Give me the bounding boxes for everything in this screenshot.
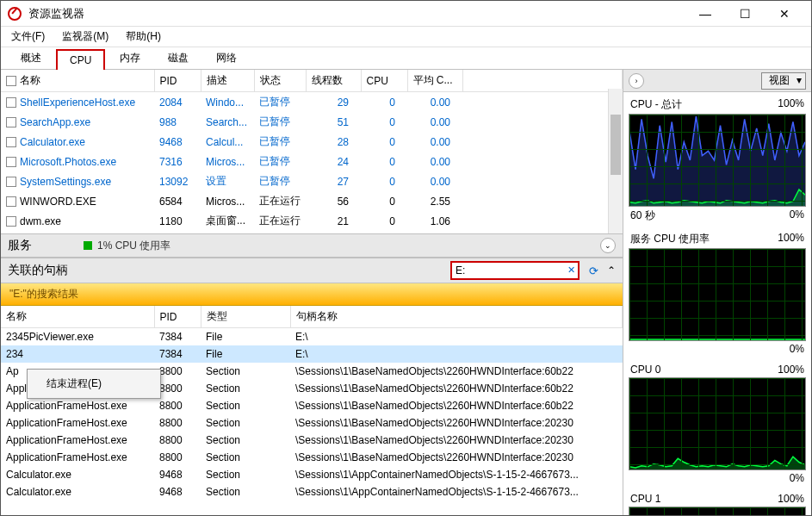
chart-canvas bbox=[629, 114, 806, 207]
row-checkbox[interactable] bbox=[6, 97, 16, 108]
row-checkbox[interactable] bbox=[6, 157, 16, 167]
chart-footer-right: 0% bbox=[790, 343, 804, 355]
services-header[interactable]: 服务 1% CPU 使用率 ⌄ bbox=[1, 233, 623, 258]
handles-collapse-button[interactable]: ⌃ bbox=[607, 264, 616, 277]
processes-table: 名称 PID 描述 状态 线程数 CPU 平均 C... ShellExperi… bbox=[1, 70, 623, 233]
table-row[interactable]: SystemSettings.exe13092设置已暂停2700.00 bbox=[1, 171, 623, 191]
table-row[interactable]: dwm.exe1180桌面窗...正在运行2101.06 bbox=[1, 211, 623, 231]
tab-cpu[interactable]: CPU bbox=[56, 49, 105, 70]
menu-help[interactable]: 帮助(H) bbox=[122, 28, 164, 46]
chart-block: 服务 CPU 使用率100%0% bbox=[629, 230, 806, 357]
proc-cpu: 0 bbox=[361, 211, 407, 231]
handles-search-clear-icon[interactable]: ✕ bbox=[567, 264, 575, 276]
table-row[interactable]: ApplicationFrameHost.exe8800Section\Sess… bbox=[1, 414, 623, 432]
chart-title: CPU 1 bbox=[630, 493, 660, 505]
col-desc[interactable]: 描述 bbox=[201, 70, 254, 92]
chart-title: CPU - 总计 bbox=[630, 97, 682, 112]
col-name: 名称 bbox=[1, 70, 154, 92]
chart-footer-left: 60 秒 bbox=[630, 208, 655, 223]
col-status[interactable]: 状态 bbox=[254, 70, 306, 92]
minimize-button[interactable]: — bbox=[685, 1, 725, 27]
chart-block: CPU - 总计100%60 秒0% bbox=[629, 96, 806, 225]
table-row[interactable]: Calculator.exe9468Section\Sessions\1\App… bbox=[1, 483, 623, 500]
proc-pid: 2084 bbox=[154, 92, 201, 113]
table-row[interactable]: 2347384FileE:\ bbox=[1, 345, 623, 363]
proc-name: ShellExperienceHost.exe bbox=[20, 96, 135, 109]
handle-name: ApplicationFrameHost.exe bbox=[1, 432, 154, 449]
charts-collapse-button[interactable]: › bbox=[629, 73, 644, 89]
handle-hname: \Sessions\1\AppContainerNamedObjects\S-1… bbox=[290, 466, 623, 483]
chart-max: 100% bbox=[778, 97, 804, 112]
row-checkbox[interactable] bbox=[6, 216, 16, 227]
col-threads[interactable]: 线程数 bbox=[306, 70, 361, 92]
hcol-type[interactable]: 类型 bbox=[201, 306, 290, 328]
proc-cpu: 0 bbox=[361, 152, 407, 171]
table-row[interactable]: SearchApp.exe988Search...已暂停5100.00 bbox=[1, 112, 623, 132]
handle-hname: \Sessions\1\BaseNamedObjects\2260HWNDInt… bbox=[290, 380, 623, 397]
proc-avg: 0.00 bbox=[407, 112, 462, 132]
col-cpu[interactable]: CPU bbox=[361, 70, 407, 92]
tab-overview[interactable]: 概述 bbox=[8, 47, 54, 69]
handle-pid: 8800 bbox=[154, 414, 201, 432]
table-row[interactable]: ApplicationFrameHost.exe8800Section\Sess… bbox=[1, 449, 623, 466]
tab-network[interactable]: 网络 bbox=[203, 47, 250, 69]
row-checkbox[interactable] bbox=[6, 117, 16, 127]
table-row[interactable]: ApplicationFrameHost.exe8800Section\Sess… bbox=[1, 397, 623, 414]
proc-pid: 1180 bbox=[154, 211, 201, 231]
services-expand-button[interactable]: ⌄ bbox=[600, 238, 616, 253]
proc-desc: 桌面窗... bbox=[201, 211, 254, 231]
proc-avg: 2.55 bbox=[407, 191, 462, 211]
handles-search-input[interactable] bbox=[456, 263, 562, 278]
proc-threads: 21 bbox=[306, 211, 361, 231]
table-row[interactable]: ShellExperienceHost.exe2084Windo...已暂停29… bbox=[1, 92, 623, 113]
tab-memory[interactable]: 内存 bbox=[107, 47, 153, 69]
menu-monitor[interactable]: 监视器(M) bbox=[59, 28, 112, 46]
handle-type: Section bbox=[201, 380, 290, 397]
menu-file[interactable]: 文件(F) bbox=[8, 28, 48, 46]
proc-name: WINWORD.EXE bbox=[20, 196, 96, 208]
view-dropdown[interactable]: 视图 bbox=[761, 72, 806, 90]
ctx-end-process[interactable]: 结束进程(E) bbox=[29, 371, 158, 396]
tab-disk[interactable]: 磁盘 bbox=[155, 47, 201, 69]
handle-hname: \Sessions\1\BaseNamedObjects\2260HWNDInt… bbox=[290, 397, 623, 414]
proc-avg: 1.06 bbox=[407, 211, 462, 231]
titlebar: 资源监视器 — ☐ ✕ bbox=[1, 1, 811, 27]
handle-hname: \Sessions\1\BaseNamedObjects\2260HWNDInt… bbox=[290, 363, 623, 380]
handle-name: ApplicationFrameHost.exe bbox=[1, 414, 154, 432]
handles-refresh-button[interactable]: ⟳ bbox=[585, 263, 602, 278]
proc-desc: Micros... bbox=[201, 191, 254, 211]
processes-scrollbar[interactable] bbox=[608, 89, 623, 233]
table-row[interactable]: Calculator.exe9468Calcul...已暂停2800.00 bbox=[1, 132, 623, 152]
maximize-button[interactable]: ☐ bbox=[725, 1, 765, 27]
proc-status: 正在运行 bbox=[254, 191, 306, 211]
table-row[interactable]: perfmon.exe18528资源和...正在运行1700.73 bbox=[1, 231, 623, 233]
handle-hname: \Sessions\1\BaseNamedObjects\2260HWNDInt… bbox=[290, 432, 623, 449]
handle-pid: 8800 bbox=[154, 380, 201, 397]
table-row[interactable]: 2345PicViewer.exe7384FileE:\ bbox=[1, 328, 623, 346]
table-row[interactable]: Calculator.exe9468Section\Sessions\1\App… bbox=[1, 466, 623, 483]
proc-threads: 28 bbox=[306, 132, 361, 152]
close-button[interactable]: ✕ bbox=[765, 1, 804, 27]
handle-type: Section bbox=[201, 397, 290, 414]
hcol-pid[interactable]: PID bbox=[154, 306, 201, 328]
hcol-hname[interactable]: 句柄名称 bbox=[290, 306, 623, 328]
services-usage-text: 1% CPU 使用率 bbox=[97, 239, 170, 253]
row-checkbox[interactable] bbox=[6, 177, 16, 187]
table-row[interactable]: WINWORD.EXE6584Micros...正在运行5602.55 bbox=[1, 191, 623, 211]
checkbox-all[interactable] bbox=[6, 76, 16, 86]
col-pid[interactable]: PID bbox=[154, 70, 201, 92]
handles-search-results-label: "E:"的搜索结果 bbox=[1, 283, 623, 306]
chart-block: CPU 0100%0% bbox=[629, 362, 806, 486]
handles-title: 关联的句柄 bbox=[8, 263, 68, 278]
proc-threads: 29 bbox=[306, 92, 361, 113]
row-checkbox[interactable] bbox=[6, 196, 16, 207]
table-row[interactable]: ApplicationFrameHost.exe8800Section\Sess… bbox=[1, 432, 623, 449]
proc-desc: 资源和... bbox=[201, 231, 254, 233]
services-title: 服务 bbox=[8, 238, 32, 253]
col-avg[interactable]: 平均 C... bbox=[407, 70, 462, 92]
handle-name: 234 bbox=[1, 345, 154, 363]
table-row[interactable]: Microsoft.Photos.exe7316Micros...已暂停2400… bbox=[1, 152, 623, 171]
row-checkbox[interactable] bbox=[6, 137, 16, 147]
hcol-name[interactable]: 名称 bbox=[1, 306, 154, 328]
chart-canvas bbox=[629, 507, 806, 515]
